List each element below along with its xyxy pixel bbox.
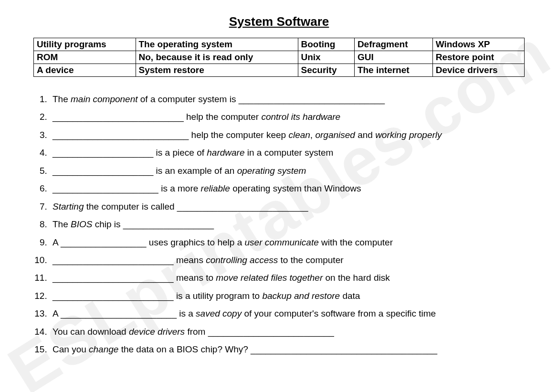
word-bank-row: A deviceSystem restoreSecurityThe intern…: [34, 64, 525, 77]
question-text-segment: to the computer: [278, 255, 343, 265]
word-bank-cell: ROM: [34, 51, 136, 64]
question-italic-segment: reliable: [201, 183, 230, 193]
question-text-segment: _____________________ is a more: [53, 183, 201, 193]
question-italic-segment: device drivers: [129, 327, 185, 337]
page-title: System Software: [33, 14, 525, 29]
question-text-segment: ________________________ means: [53, 255, 206, 265]
word-bank-cell: Device drivers: [432, 64, 524, 77]
question-text-segment: ____________________ is a piece of: [53, 148, 207, 158]
word-bank-cell: No, because it is read only: [136, 51, 298, 64]
question-italic-segment: working properly: [375, 130, 442, 140]
question-italic-segment: hardware: [207, 148, 244, 158]
question-italic-segment: change: [89, 344, 118, 354]
word-bank-cell: Utility programs: [34, 38, 136, 51]
question-text-segment: the computer is called _________________…: [84, 201, 308, 212]
word-bank-cell: Restore point: [432, 51, 524, 64]
question-text-segment: Can you: [53, 344, 89, 354]
question-text-segment: on the hard disk: [323, 273, 390, 283]
question-italic-segment: controlling access: [206, 255, 278, 265]
question-italic-segment: main component: [71, 94, 137, 104]
question-item: ________________________ means controlli…: [50, 251, 525, 269]
question-italic-segment: move related files together: [216, 273, 323, 283]
question-text-segment: ,: [310, 130, 316, 140]
question-text-segment: ________________________ is a utility pr…: [53, 291, 262, 301]
question-item: A _________________ uses graphics to hel…: [50, 233, 525, 251]
question-italic-segment: organised: [315, 130, 355, 140]
question-italic-segment: operating system: [237, 166, 306, 176]
question-text-segment: data: [340, 291, 360, 301]
question-text-segment: of your computer's software from a speci…: [242, 308, 436, 318]
word-bank-cell: The operating system: [136, 38, 298, 51]
word-bank-row: Utility programsThe operating systemBoot…: [34, 38, 525, 51]
question-item: ________________________ is a utility pr…: [50, 287, 525, 305]
question-item: ____________________ is an example of an…: [50, 162, 525, 180]
question-italic-segment: saved copy: [196, 308, 242, 318]
question-italic-segment: user communicate: [245, 237, 319, 247]
word-bank-table: Utility programsThe operating systemBoot…: [33, 38, 525, 77]
word-bank-cell: Defragment: [354, 38, 432, 51]
question-text-segment: ________________________ means to: [53, 273, 216, 283]
word-bank-cell: System restore: [136, 64, 298, 77]
question-item: __________________________ help the comp…: [50, 108, 525, 126]
word-bank-cell: GUI: [354, 51, 432, 64]
question-list: The main component of a computer system …: [33, 90, 525, 359]
question-item: You can download device drivers from ___…: [50, 323, 525, 340]
question-text-segment: from _________________________: [185, 327, 334, 337]
word-bank-cell: The internet: [354, 64, 432, 77]
question-italic-segment: BIOS: [71, 219, 92, 229]
question-item: ____________________ is a piece of hardw…: [50, 144, 525, 161]
question-text-segment: You can download: [53, 327, 129, 337]
question-text-segment: the data on a BIOS chip? Why? __________…: [118, 344, 437, 354]
question-item: Can you change the data on a BIOS chip? …: [50, 340, 525, 358]
question-text-segment: The: [53, 219, 71, 229]
word-bank-cell: Windows XP: [432, 38, 524, 51]
question-text-segment: A _________________ uses graphics to hel…: [53, 237, 245, 247]
question-text-segment: chip is __________________: [92, 219, 214, 229]
question-text-segment: __________________________ help the comp…: [53, 112, 261, 122]
question-italic-segment: clean: [288, 130, 310, 140]
question-italic-segment: Starting: [53, 201, 84, 212]
question-text-segment: The: [53, 94, 71, 104]
word-bank-row: ROMNo, because it is read onlyUnixGUIRes…: [34, 51, 525, 64]
question-item: A _______________________ is a saved cop…: [50, 305, 525, 322]
question-text-segment: in a computer system: [245, 148, 334, 158]
question-item: The BIOS chip is __________________: [50, 215, 525, 233]
word-bank-cell: Security: [298, 64, 354, 77]
word-bank-cell: Unix: [298, 51, 354, 64]
question-item: _____________________ is a more reliable…: [50, 180, 525, 197]
question-text-segment: of a computer system is ________________…: [138, 94, 385, 104]
question-text-segment: operating system than Windows: [230, 183, 361, 193]
question-text-segment: with the computer: [319, 237, 393, 247]
question-item: Starting the computer is called ________…: [50, 198, 525, 215]
question-text-segment: ___________________________ help the com…: [53, 130, 288, 140]
question-italic-segment: backup and restore: [262, 291, 340, 301]
word-bank-cell: Booting: [298, 38, 354, 51]
question-item: The main component of a computer system …: [50, 90, 525, 108]
question-text-segment: and: [355, 130, 375, 140]
question-text-segment: A _______________________ is a: [53, 308, 196, 318]
question-italic-segment: control its hardware: [261, 112, 340, 122]
question-text-segment: ____________________ is an example of an: [53, 166, 237, 176]
question-item: ________________________ means to move r…: [50, 269, 525, 286]
word-bank-cell: A device: [34, 64, 136, 77]
question-item: ___________________________ help the com…: [50, 126, 525, 144]
worksheet-page: System Software Utility programsThe oper…: [0, 0, 558, 373]
